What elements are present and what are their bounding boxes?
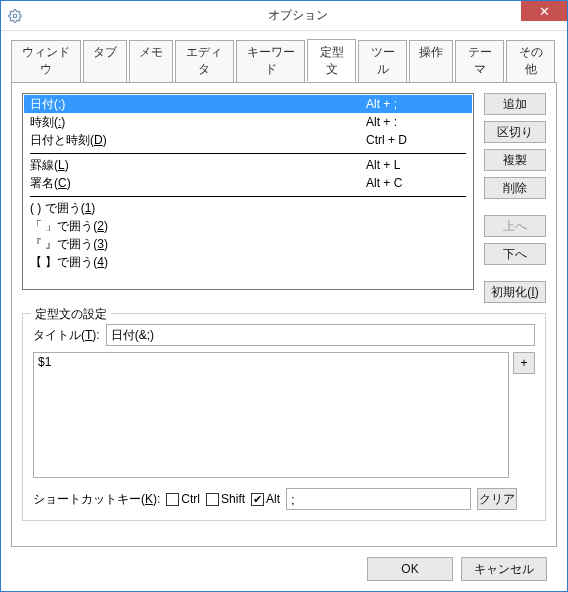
- boilerplate-settings-group: 定型文の設定 タイトル(T): + ショートカットキー(K): Ctrl: [22, 313, 546, 521]
- svg-point-0: [13, 14, 17, 18]
- move-down-button[interactable]: 下へ: [484, 243, 546, 265]
- list-item-shortcut: [366, 218, 466, 234]
- list-item-shortcut: [366, 236, 466, 252]
- ctrl-checkbox[interactable]: [166, 493, 179, 506]
- delete-button[interactable]: 削除: [484, 177, 546, 199]
- list-item-name: ( ) で囲う(1): [30, 200, 366, 216]
- list-item[interactable]: ( ) で囲う(1): [24, 199, 472, 217]
- body-textarea[interactable]: [33, 352, 509, 478]
- shift-label: Shift: [221, 492, 245, 506]
- list-item-name: 署名(C): [30, 175, 366, 191]
- list-item-name: 日付(;): [30, 96, 366, 112]
- move-up-button[interactable]: 上へ: [484, 215, 546, 237]
- list-item[interactable]: 『 』で囲う(3): [24, 235, 472, 253]
- initialize-button[interactable]: 初期化(I): [484, 281, 546, 303]
- list-item-shortcut: [366, 200, 466, 216]
- tab-9[interactable]: その他: [506, 40, 555, 83]
- list-item-shortcut: Alt + C: [366, 175, 466, 191]
- shift-checkbox[interactable]: [206, 493, 219, 506]
- ctrl-label: Ctrl: [181, 492, 200, 506]
- alt-label: Alt: [266, 492, 280, 506]
- ok-button[interactable]: OK: [367, 557, 453, 581]
- insert-placeholder-button[interactable]: +: [513, 352, 535, 374]
- tab-3[interactable]: エディタ: [175, 40, 234, 83]
- window-title: オプション: [29, 7, 567, 24]
- tab-1[interactable]: タブ: [83, 40, 127, 83]
- list-item[interactable]: 日付(;)Alt + ;: [24, 95, 472, 113]
- tab-6[interactable]: ツール: [358, 40, 407, 83]
- list-item-shortcut: [366, 254, 466, 270]
- list-separator: [30, 196, 466, 197]
- list-item-name: 「 」で囲う(2): [30, 218, 366, 234]
- tab-4[interactable]: キーワード: [236, 40, 306, 83]
- list-item-shortcut: Ctrl + D: [366, 132, 466, 148]
- title-input[interactable]: [106, 324, 535, 346]
- alt-checkbox[interactable]: ✔: [251, 493, 264, 506]
- list-item[interactable]: 「 」で囲う(2): [24, 217, 472, 235]
- duplicate-button[interactable]: 複製: [484, 149, 546, 171]
- list-item-shortcut: Alt + L: [366, 157, 466, 173]
- list-item-shortcut: Alt + ;: [366, 96, 466, 112]
- list-item-name: 日付と時刻(D): [30, 132, 366, 148]
- add-button[interactable]: 追加: [484, 93, 546, 115]
- cancel-button[interactable]: キャンセル: [461, 557, 547, 581]
- list-separator: [30, 153, 466, 154]
- shortcut-label: ショートカットキー(K):: [33, 491, 160, 508]
- tab-0[interactable]: ウィンドウ: [11, 40, 81, 83]
- title-label: タイトル(T):: [33, 327, 100, 344]
- separator-button[interactable]: 区切り: [484, 121, 546, 143]
- titlebar: オプション ✕: [1, 1, 567, 31]
- group-title: 定型文の設定: [31, 306, 111, 323]
- list-item-shortcut: Alt + :: [366, 114, 466, 130]
- list-item[interactable]: 日付と時刻(D)Ctrl + D: [24, 131, 472, 149]
- list-item-name: 時刻(:): [30, 114, 366, 130]
- list-item-name: 『 』で囲う(3): [30, 236, 366, 252]
- gear-icon: [1, 9, 29, 23]
- clear-button[interactable]: クリア: [477, 488, 517, 510]
- list-item[interactable]: 署名(C)Alt + C: [24, 174, 472, 192]
- shortcut-key-input[interactable]: [286, 488, 471, 510]
- list-item-name: 【 】で囲う(4): [30, 254, 366, 270]
- tab-8[interactable]: テーマ: [455, 40, 504, 83]
- tab-2[interactable]: メモ: [129, 40, 173, 83]
- tab-5[interactable]: 定型文: [307, 39, 356, 82]
- close-button[interactable]: ✕: [521, 1, 567, 21]
- list-item[interactable]: 時刻(:)Alt + :: [24, 113, 472, 131]
- list-item-name: 罫線(L): [30, 157, 366, 173]
- tab-panel: 日付(;)Alt + ;時刻(:)Alt + :日付と時刻(D)Ctrl + D…: [11, 82, 557, 547]
- boilerplate-listbox[interactable]: 日付(;)Alt + ;時刻(:)Alt + :日付と時刻(D)Ctrl + D…: [22, 93, 474, 290]
- tab-strip: ウィンドウタブメモエディタキーワード定型文ツール操作テーマその他: [11, 39, 557, 82]
- tab-7[interactable]: 操作: [409, 40, 453, 83]
- list-item[interactable]: 【 】で囲う(4): [24, 253, 472, 271]
- list-item[interactable]: 罫線(L)Alt + L: [24, 156, 472, 174]
